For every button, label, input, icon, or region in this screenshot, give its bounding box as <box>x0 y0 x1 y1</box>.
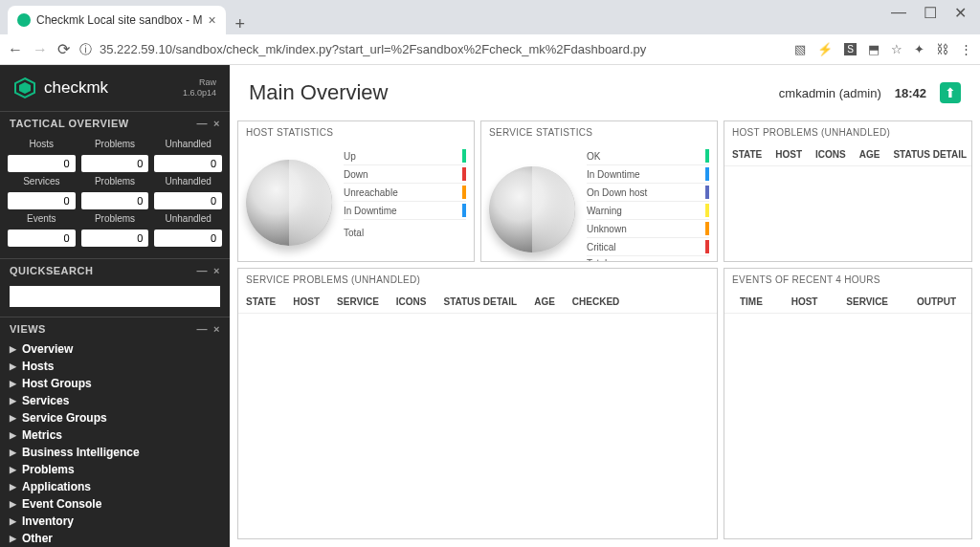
tac-value[interactable]: 0 <box>8 230 76 247</box>
view-tree-item[interactable]: ▶Service Groups <box>10 409 220 427</box>
view-tree-item[interactable]: ▶Services <box>10 392 220 409</box>
tac-value[interactable]: 0 <box>81 230 149 247</box>
new-tab-button[interactable]: + <box>226 14 256 34</box>
tac-value[interactable]: 0 <box>8 192 76 209</box>
service-stats-globe <box>489 166 575 252</box>
panel-title: SERVICE PROBLEMS (UNHANDLED) <box>238 269 717 291</box>
views-snapin: VIEWS —× ▶Overview▶Hosts▶Host Groups▶Ser… <box>0 317 230 547</box>
column-header[interactable]: OUTPUT <box>917 296 956 307</box>
close-snapin-icon[interactable]: × <box>213 323 220 335</box>
ext-icon[interactable]: ⛓ <box>936 42 948 56</box>
legend-row[interactable]: Warning <box>587 202 709 220</box>
legend-row[interactable]: Unknown <box>587 220 709 238</box>
panel-title: SERVICE STATISTICS <box>481 121 717 143</box>
forward-button[interactable]: → <box>33 41 48 58</box>
ext-icon[interactable]: ▧ <box>794 42 806 56</box>
legend-row[interactable]: OK <box>587 147 709 165</box>
column-header[interactable]: SERVICE <box>846 296 888 307</box>
logo-text: checkmk <box>44 78 108 98</box>
expand-icon: ▶ <box>10 396 16 405</box>
minimize-snapin-icon[interactable]: — <box>197 323 209 335</box>
view-tree-item[interactable]: ▶Problems <box>10 461 220 478</box>
quicksearch-input[interactable] <box>10 286 220 307</box>
user-label[interactable]: cmkadmin (admin) <box>779 86 881 100</box>
view-tree-item[interactable]: ▶Host Groups <box>10 375 220 392</box>
close-snapin-icon[interactable]: × <box>213 118 220 129</box>
view-tree-item[interactable]: ▶Business Intelligence <box>10 444 220 461</box>
tac-label: Unhandled <box>154 139 222 149</box>
column-header[interactable]: HOST <box>791 296 818 307</box>
legend-row[interactable]: Critical <box>587 238 709 256</box>
minimize-snapin-icon[interactable]: — <box>197 265 209 276</box>
favicon <box>17 13 31 27</box>
sidebar: checkmk Raw 1.6.0p14 TACTICAL OVERVIEW —… <box>0 65 230 547</box>
back-button[interactable]: ← <box>8 41 23 58</box>
ext-icon[interactable]: S <box>844 43 857 55</box>
tac-label: Problems <box>81 139 149 149</box>
column-header[interactable]: STATE <box>246 296 276 307</box>
legend-row[interactable]: Up <box>344 147 466 165</box>
maximize-icon[interactable]: ☐ <box>924 4 937 22</box>
column-header[interactable]: ICONS <box>815 149 846 160</box>
legend-row[interactable]: Unreachable <box>344 184 466 202</box>
view-tree-item[interactable]: ▶Hosts <box>10 358 220 375</box>
close-window-icon[interactable]: ✕ <box>954 4 967 22</box>
extensions-icon[interactable]: ✦ <box>914 42 924 56</box>
horizontal-scrollbar[interactable] <box>238 523 717 538</box>
column-header[interactable]: HOST <box>775 149 802 160</box>
close-snapin-icon[interactable]: × <box>213 265 220 276</box>
tac-value[interactable]: 0 <box>154 230 222 247</box>
status-color-bar <box>705 149 709 163</box>
column-header[interactable]: TIME <box>740 296 763 307</box>
minimize-icon[interactable]: — <box>891 4 906 22</box>
expand-icon: ▶ <box>10 465 16 474</box>
column-header[interactable]: STATE <box>732 149 762 160</box>
close-tab-icon[interactable]: × <box>208 12 215 28</box>
view-tree-item[interactable]: ▶Applications <box>10 478 220 495</box>
horizontal-scrollbar[interactable] <box>724 246 971 261</box>
browser-tab[interactable]: Checkmk Local site sandbox - M × <box>8 6 226 34</box>
status-color-bar <box>705 186 709 199</box>
quicksearch-snapin: QUICKSEARCH —× <box>0 258 230 317</box>
tac-value[interactable]: 0 <box>154 155 222 172</box>
column-header[interactable]: AGE <box>534 296 555 307</box>
tac-value[interactable]: 0 <box>81 192 149 209</box>
column-header[interactable]: STATUS DETAIL <box>443 296 517 307</box>
legend-row[interactable]: In Downtime <box>587 165 709 184</box>
tac-value[interactable]: 0 <box>154 192 222 209</box>
column-header[interactable]: STATUS DETAIL <box>893 149 967 160</box>
tac-value[interactable]: 0 <box>81 155 149 172</box>
host-stats-globe <box>246 160 332 246</box>
minimize-snapin-icon[interactable]: — <box>197 118 209 129</box>
column-header[interactable]: HOST <box>293 296 320 307</box>
legend-total[interactable]: Total <box>587 256 709 262</box>
column-header[interactable]: SERVICE <box>337 296 379 307</box>
view-tree-item[interactable]: ▶Overview <box>10 340 220 358</box>
column-header[interactable]: CHECKED <box>572 296 619 307</box>
ext-icon[interactable]: ☆ <box>891 42 902 56</box>
panel-title: HOST PROBLEMS (UNHANDLED) <box>724 121 971 143</box>
legend-total[interactable]: Total <box>344 226 466 240</box>
ext-icon[interactable]: ⚡ <box>817 42 833 56</box>
url-bar[interactable]: ⓘ 35.222.59.10/sandbox/check_mk/index.py… <box>79 41 785 58</box>
tac-value[interactable]: 0 <box>8 155 76 172</box>
column-header[interactable]: AGE <box>859 149 880 160</box>
extension-icons: ▧ ⚡ S ⬒ ☆ ✦ ⛓ ⋮ <box>794 42 972 56</box>
service-statistics-panel: SERVICE STATISTICS OKIn DowntimeOn Down … <box>480 120 718 262</box>
column-header[interactable]: ICONS <box>396 296 427 307</box>
view-tree-item[interactable]: ▶Other <box>10 530 220 547</box>
help-icon[interactable]: ⬆ <box>940 82 961 103</box>
view-tree-item[interactable]: ▶Event Console <box>10 495 220 513</box>
legend-row[interactable]: In Downtime <box>344 202 466 220</box>
tac-label: Events <box>8 213 76 224</box>
view-tree-item[interactable]: ▶Inventory <box>10 513 220 530</box>
ext-icon[interactable]: ⬒ <box>868 42 880 56</box>
view-tree-item[interactable]: ▶Metrics <box>10 427 220 444</box>
legend-row[interactable]: Down <box>344 165 466 184</box>
host-statistics-panel: HOST STATISTICS UpDownUnreachableIn Down… <box>237 120 475 262</box>
site-info-icon[interactable]: ⓘ <box>79 41 92 58</box>
legend-row[interactable]: On Down host <box>587 184 709 202</box>
expand-icon: ▶ <box>10 413 16 423</box>
menu-icon[interactable]: ⋮ <box>960 42 972 56</box>
reload-button[interactable]: ⟳ <box>57 40 70 58</box>
